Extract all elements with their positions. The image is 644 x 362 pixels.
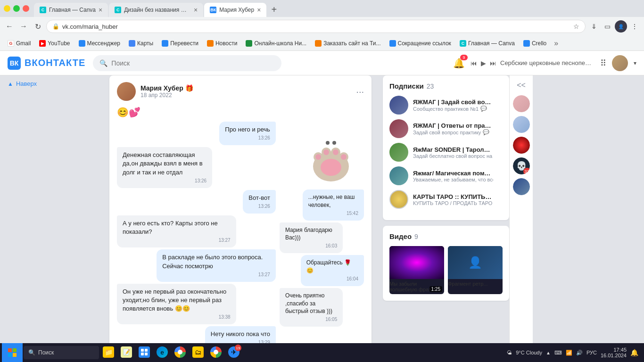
bookmark-canva-home[interactable]: C Главная — Canva: [456, 38, 519, 49]
back-button[interactable]: ←: [4, 21, 15, 32]
post-author-name[interactable]: Мария Хубер 🎁: [140, 84, 193, 92]
bookmark-gmail[interactable]: G Gmail: [4, 38, 34, 49]
taskbar-item-notepad[interactable]: 📝: [118, 344, 135, 362]
tab-canva-design[interactable]: C Дизайн без названия — 1000 ×: [109, 3, 203, 17]
new-tab-button[interactable]: +: [267, 3, 281, 16]
vk-chat-sidebar: << 💀 33: [509, 75, 533, 362]
music-next-icon[interactable]: ⏭: [490, 59, 496, 67]
collapse-chat-button[interactable]: <<: [515, 79, 528, 91]
chat-icon-1: 💬: [480, 106, 487, 112]
vk-search-box[interactable]: 🔍: [93, 55, 281, 71]
chat-mini-avatar-4[interactable]: 💀 33: [513, 157, 530, 174]
bookmark-star-icon[interactable]: ☆: [573, 23, 579, 30]
browser-profile-icon[interactable]: 👤: [615, 20, 627, 33]
post-author-avatar[interactable]: [117, 82, 136, 101]
bookmark-tilda[interactable]: Заказать сайт на Ти...: [311, 38, 384, 49]
tab-canva-design-close[interactable]: ×: [194, 6, 198, 14]
bookmark-translate[interactable]: Перевести: [158, 38, 202, 49]
sub-item-2[interactable]: ЯЖМАГ | Ответы от практиков Задай свой в…: [389, 119, 503, 138]
sub-item-5[interactable]: КАРТЫ ТАРО :: КУПИТЬ-ПРОДАТЬ :: ОБ... КУ…: [389, 190, 503, 209]
post-author-info: Мария Хубер 🎁 18 апр 2022: [140, 84, 193, 99]
post-more-button[interactable]: ···: [356, 86, 364, 97]
maps-favicon: [129, 40, 135, 47]
message-2-time: 13:26: [123, 178, 206, 184]
post-emoji: 😊💕: [117, 107, 364, 118]
vk-search-input[interactable]: [111, 59, 275, 67]
tab-canva-main[interactable]: C Главная — Canva ×: [34, 3, 108, 17]
refresh-button[interactable]: ↻: [32, 21, 43, 32]
close-window-button[interactable]: [23, 5, 29, 12]
bookmark-tilda-label: Заказать сайт на Ти...: [323, 40, 380, 47]
language-label: РУС: [586, 350, 597, 355]
bookmark-gmail-label: Gmail: [16, 40, 31, 47]
chat-mini-avatar-1[interactable]: [513, 95, 530, 112]
taskbar-item-explorer[interactable]: 📁: [100, 344, 117, 362]
message-9: ...нужные, не ваш человек, 15:42: [303, 189, 364, 221]
tab-canva-main-close[interactable]: ×: [99, 6, 102, 14]
taskbar-item-folder2[interactable]: 🗂: [190, 344, 206, 362]
weather-icon: 🌤: [507, 350, 512, 355]
video-thumb-1[interactable]: 1:25 Мы забыли волшебную фразу...: [389, 246, 444, 294]
downloads-icon[interactable]: ⇓: [588, 21, 600, 32]
message-6-text: Он уже не первый раз окончательно уходит…: [123, 288, 226, 312]
bookmarks-more[interactable]: »: [551, 38, 561, 49]
taskbar-up-arrow[interactable]: ▲: [546, 350, 551, 355]
sub-item-4[interactable]: Яжмаг/ Магическая помощь Уважаемые, не з…: [389, 166, 503, 185]
back-to-top-btn[interactable]: ▲ Наверх: [0, 75, 104, 92]
taskbar-item-task-view[interactable]: [136, 344, 153, 362]
maximize-button[interactable]: [13, 5, 20, 12]
bookmark-shortlink[interactable]: Сокращение ссылок: [386, 38, 455, 49]
forward-button[interactable]: →: [18, 21, 29, 32]
tab-vk-close[interactable]: ×: [257, 6, 261, 14]
vk-user-avatar[interactable]: [612, 55, 628, 71]
chat-area: Про него и речь 13:26 Денежная составляю…: [117, 122, 364, 362]
vk-logo[interactable]: ВК ВКОНТАКТЕ: [8, 57, 85, 70]
folder2-icon: 🗂: [192, 346, 204, 358]
taskbar-item-chrome[interactable]: [172, 344, 189, 362]
music-play-icon[interactable]: ▶: [481, 59, 486, 67]
message-1: Про него и речь 13:26: [219, 122, 276, 145]
avatar-dropdown-icon[interactable]: ▾: [634, 60, 636, 66]
subscriptions-title: Подписки 23: [389, 82, 503, 90]
taskbar-notification-bell[interactable]: 🔔: [630, 349, 638, 356]
start-button[interactable]: [2, 343, 23, 362]
music-prev-icon[interactable]: ⏮: [471, 59, 477, 67]
sub-item-1[interactable]: ЯЖМАГ | Задай свой вопрос Сообщество пра…: [389, 96, 503, 115]
canva-favicon: C: [40, 7, 46, 13]
chat-mini-avatar-3[interactable]: [513, 137, 530, 154]
message-3-time: 13:26: [248, 203, 270, 210]
post-date: 18 апр 2022: [140, 92, 193, 99]
menu-icon[interactable]: ⋮: [629, 21, 640, 32]
address-bar[interactable]: 🔒 vk.com/maria_huber ☆: [46, 20, 586, 33]
video-thumb-2[interactable]: 👤 Фрагмент ретр...: [448, 246, 503, 294]
crello-favicon: [523, 40, 530, 47]
chat-mini-avatar-2[interactable]: [513, 116, 530, 133]
taskbar-right: 🌤 9°C Cloudy ▲ ⌨ 📶 🔊 РУС 17:45 16.01.202…: [503, 347, 642, 358]
message-4-time: 13:27: [123, 237, 231, 244]
keyboard-icon: ⌨: [554, 350, 562, 356]
sub-item-3[interactable]: ЯжМаr SONDER | Тарологи, Эзотерика, ... …: [389, 143, 503, 162]
taskbar-item-edge[interactable]: e: [154, 344, 171, 362]
taskbar-item-chrome2[interactable]: [207, 344, 224, 362]
taskbar-search-bar[interactable]: 🔍 Поиск: [24, 346, 99, 359]
videos-count: 9: [414, 233, 418, 240]
canva-home-favicon: C: [460, 40, 466, 47]
cat-paw-sticker: [300, 124, 362, 185]
tab-vk[interactable]: ВК Мария Хубер ×: [204, 3, 266, 17]
bookmark-news[interactable]: Новости: [203, 38, 241, 49]
tab-canva-main-title: Главная — Canva: [49, 7, 96, 13]
chat-mini-avatar-5[interactable]: [513, 178, 530, 195]
bookmark-messenger[interactable]: Мессенджер: [75, 38, 124, 49]
minimize-button[interactable]: [4, 5, 10, 12]
extensions-icon[interactable]: ▭: [602, 21, 613, 32]
bookmark-school[interactable]: Онлайн-школа Ни...: [242, 38, 310, 49]
bookmark-youtube[interactable]: ▶ YouTube: [35, 38, 74, 49]
music-title: Сербские церковные песнопения - ко...: [500, 59, 594, 66]
message-row-9: ...нужные, не ваш человек, 15:42: [282, 189, 364, 221]
bookmark-maps[interactable]: Карты: [125, 38, 157, 49]
vk-notifications[interactable]: 🔔 9: [453, 58, 465, 69]
svg-point-7: [323, 149, 329, 155]
taskbar-item-telegram[interactable]: ✈ 19: [225, 344, 242, 362]
apps-grid-icon[interactable]: ⠿: [600, 58, 606, 68]
bookmark-crello[interactable]: Crello: [520, 38, 550, 49]
